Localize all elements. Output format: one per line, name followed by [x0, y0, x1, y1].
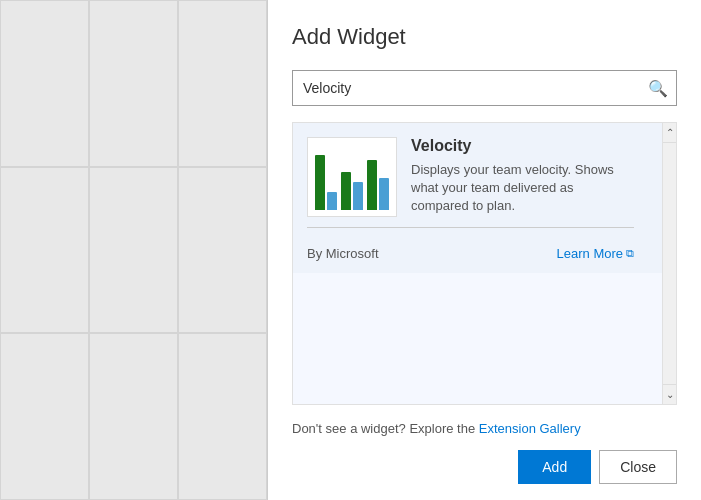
- grid-cell: [89, 333, 178, 500]
- footer-text-before: Don't see a widget? Explore the: [292, 421, 479, 436]
- learn-more-label: Learn More: [557, 246, 623, 261]
- external-link-icon: ⧉: [626, 247, 634, 260]
- scrollbar-track: ⌃ ⌄: [662, 123, 676, 404]
- bar-green-2: [341, 172, 351, 210]
- bar-blue-3: [379, 178, 389, 210]
- search-button[interactable]: 🔍: [640, 70, 676, 106]
- footer-text: Don't see a widget? Explore the Extensio…: [292, 417, 677, 436]
- card-divider: [307, 227, 634, 228]
- grid-cell: [89, 167, 178, 334]
- grid-cell: [89, 0, 178, 167]
- grid-cell: [178, 333, 267, 500]
- bar-blue-1: [327, 192, 337, 210]
- chevron-up-icon: ⌃: [666, 127, 674, 138]
- widget-description: Displays your team velocity. Shows what …: [411, 161, 634, 216]
- scrollbar-down-button[interactable]: ⌄: [663, 384, 677, 404]
- add-button[interactable]: Add: [518, 450, 591, 484]
- grid-cell: [178, 0, 267, 167]
- bar-green-3: [367, 160, 377, 210]
- grid-cell: [0, 0, 89, 167]
- bar-group-2: [341, 172, 363, 210]
- search-icon: 🔍: [648, 79, 668, 98]
- bar-group-3: [367, 160, 389, 210]
- widget-provider: By Microsoft: [307, 246, 379, 261]
- results-area: Velocity Displays your team velocity. Sh…: [292, 122, 677, 405]
- panel-title: Add Widget: [292, 24, 677, 50]
- bar-green-1: [315, 155, 325, 210]
- left-grid-panel: [0, 0, 268, 500]
- widget-card[interactable]: Velocity Displays your team velocity. Sh…: [293, 123, 662, 273]
- close-button[interactable]: Close: [599, 450, 677, 484]
- grid-cell: [0, 333, 89, 500]
- search-container: 🔍: [292, 70, 677, 106]
- search-input[interactable]: [293, 80, 640, 96]
- widget-card-bottom: By Microsoft Learn More ⧉: [307, 246, 634, 261]
- widget-info: Velocity Displays your team velocity. Sh…: [411, 137, 634, 217]
- widget-card-top: Velocity Displays your team velocity. Sh…: [307, 137, 634, 217]
- bar-group-1: [315, 155, 337, 210]
- add-widget-panel: Add Widget 🔍: [268, 0, 701, 500]
- learn-more-link[interactable]: Learn More ⧉: [557, 246, 634, 261]
- extension-gallery-link[interactable]: Extension Gallery: [479, 421, 581, 436]
- grid-cell: [0, 167, 89, 334]
- grid-cell: [178, 167, 267, 334]
- footer-buttons: Add Close: [292, 450, 677, 484]
- chevron-down-icon: ⌄: [666, 389, 674, 400]
- scrollbar-up-button[interactable]: ⌃: [663, 123, 677, 143]
- bar-blue-2: [353, 182, 363, 210]
- widget-name: Velocity: [411, 137, 634, 155]
- velocity-thumbnail: [307, 137, 397, 217]
